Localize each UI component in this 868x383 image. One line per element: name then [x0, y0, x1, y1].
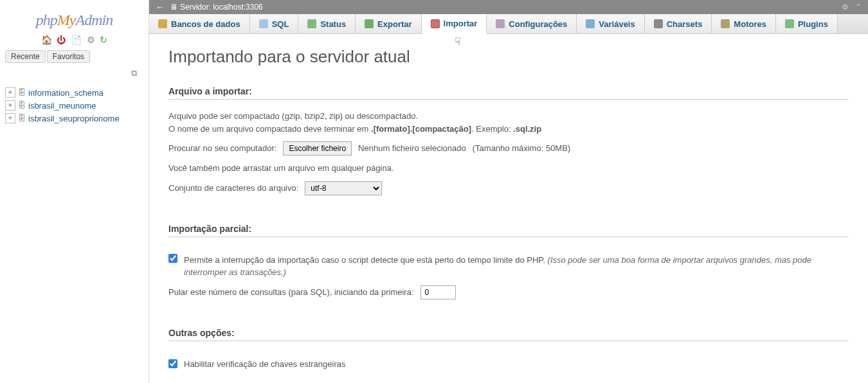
- section-title: Importação parcial:: [168, 224, 849, 237]
- fk-check-label: Habilitar verificação de chaves estrange…: [184, 358, 345, 371]
- text: . Exemplo:: [471, 124, 513, 134]
- tree-toggle-icon[interactable]: +: [5, 87, 15, 98]
- db-item[interactable]: + 🗄 isbrasil_seuproprionome: [5, 112, 143, 125]
- tab-label: SQL: [272, 19, 289, 29]
- skip-queries-label: Pular este número de consultas (para SQL…: [168, 286, 414, 299]
- charset-label: Conjunto de caracteres do arquivo:: [168, 182, 298, 195]
- tab-label: Status: [320, 19, 346, 29]
- server-icon: 🖥: [170, 3, 177, 12]
- tab-label: Motores: [734, 19, 766, 29]
- format-pattern: .[formato].[compactação]: [371, 124, 471, 134]
- drag-note: Você também pode arrastar um arquivo em …: [168, 162, 393, 175]
- section-title: Arquivo a importar:: [168, 86, 849, 100]
- choose-file-button[interactable]: Escolher ficheiro: [283, 141, 352, 156]
- allow-interrupt-checkbox[interactable]: [168, 254, 177, 263]
- tab-label: Bancos de dados: [171, 19, 240, 29]
- logo: phpMyAdmin: [5, 5, 143, 32]
- charset-select[interactable]: utf-8: [305, 181, 382, 195]
- nav-tab-recent[interactable]: Recente: [5, 50, 46, 63]
- logout-icon[interactable]: ⏻: [57, 35, 66, 45]
- variables-icon: [586, 19, 595, 28]
- sidebar: phpMyAdmin 🏠 ⏻ 📄 ⚙ ↻ Recente Favoritos ⧉…: [0, 0, 149, 383]
- db-name: isbrasil_meunome: [28, 101, 96, 111]
- settings-icon[interactable]: ⚙: [87, 35, 95, 45]
- tree-toggle-icon[interactable]: +: [5, 113, 15, 123]
- compress-note-2: O nome de um arquivo compactado deve ter…: [168, 123, 849, 136]
- skip-queries-input[interactable]: [420, 285, 456, 299]
- tab-label: Charsets: [667, 19, 703, 29]
- tab-label: Plugins: [798, 19, 828, 29]
- db-name: information_schema: [28, 88, 104, 98]
- compress-note-1: Arquivo pode ser compactado (gzip, bzip2…: [168, 110, 849, 123]
- sidebar-toolbar: 🏠 ⏻ 📄 ⚙ ↻: [5, 32, 143, 48]
- home-icon[interactable]: 🏠: [41, 35, 52, 45]
- max-size-label: (Tamanho máximo: 50MB): [473, 142, 570, 155]
- page-title: Importando para o servidor atual: [168, 47, 849, 67]
- browse-label: Procurar no seu computador:: [168, 142, 276, 155]
- tab-variables[interactable]: Variáveis: [577, 14, 644, 33]
- partial-import-section: Importação parcial: Permite a interrupçã…: [168, 224, 849, 308]
- tab-label: Importar: [444, 19, 478, 28]
- logo-php: php: [36, 12, 57, 28]
- tab-plugins[interactable]: Plugins: [776, 14, 838, 33]
- file-import-section: Arquivo a importar: Arquivo pode ser com…: [168, 86, 849, 204]
- plugins-icon: [785, 19, 794, 28]
- tab-databases[interactable]: Bancos de dados: [149, 14, 250, 33]
- engines-icon: [721, 19, 730, 28]
- no-file-label: Nenhum ficheiro selecionado: [358, 142, 466, 155]
- db-name: isbrasil_seuproprionome: [28, 114, 120, 123]
- config-icon: [496, 19, 505, 28]
- import-icon: [431, 19, 440, 28]
- tab-label: Configurações: [509, 19, 567, 29]
- tree-toggle-icon[interactable]: +: [5, 100, 15, 111]
- tab-settings[interactable]: Configurações: [487, 14, 577, 33]
- tab-label: Exportar: [377, 19, 411, 29]
- db-tree: + 🗄 information_schema + 🗄 isbrasil_meun…: [5, 81, 143, 125]
- charsets-icon: [654, 19, 663, 28]
- database-icon: 🗄: [18, 101, 26, 110]
- tab-import[interactable]: Importar: [422, 14, 487, 34]
- tab-sql[interactable]: SQL: [250, 14, 299, 33]
- text: O nome de um arquivo compactado deve ter…: [168, 124, 371, 134]
- server-label-text: Servidor: localhost:3306: [180, 3, 263, 12]
- tab-engines[interactable]: Motores: [712, 14, 776, 33]
- other-options-section: Outras opções: Habilitar verificação de …: [168, 328, 849, 380]
- docs-icon[interactable]: 📄: [71, 35, 82, 45]
- section-title: Outras opções:: [168, 328, 849, 341]
- tab-export[interactable]: Exportar: [356, 14, 421, 33]
- database-icon: [158, 19, 167, 28]
- fk-check-checkbox[interactable]: [168, 359, 177, 368]
- db-item[interactable]: + 🗄 information_schema: [5, 86, 143, 99]
- database-icon: 🗄: [18, 114, 26, 123]
- status-icon: [307, 19, 316, 28]
- nav-tab-favorites[interactable]: Favoritos: [47, 50, 90, 63]
- sql-icon: [259, 19, 268, 28]
- collapse-icon[interactable]: ⌃: [855, 3, 862, 12]
- content-area: Importando para o servidor atual Arquivo…: [149, 34, 868, 383]
- logo-admin: Admin: [75, 12, 113, 28]
- text: Permite a interrupção da importação caso…: [184, 255, 548, 265]
- format-example: .sql.zip: [513, 124, 541, 134]
- database-icon: 🗄: [18, 88, 26, 97]
- allow-interrupt-label: Permite a interrupção da importação caso…: [184, 254, 849, 279]
- gear-icon[interactable]: ⚙: [842, 3, 849, 12]
- topbar: ← 🖥 Servidor: localhost:3306 ⚙ ⌃: [149, 0, 868, 14]
- main-tabs: Bancos de dados SQL Status Exportar Impo…: [149, 14, 868, 34]
- logo-my: My: [57, 12, 76, 28]
- back-arrow-icon[interactable]: ←: [156, 2, 165, 12]
- sidebar-nav-tabs: Recente Favoritos: [5, 48, 143, 66]
- reload-icon[interactable]: ↻: [100, 35, 107, 45]
- tab-label: Variáveis: [599, 19, 635, 29]
- main-panel: ← 🖥 Servidor: localhost:3306 ⚙ ⌃ Bancos …: [149, 0, 868, 383]
- export-icon: [365, 19, 374, 28]
- tab-status[interactable]: Status: [298, 14, 356, 33]
- server-breadcrumb[interactable]: 🖥 Servidor: localhost:3306: [170, 3, 263, 12]
- tab-charsets[interactable]: Charsets: [645, 14, 712, 33]
- link-icon[interactable]: ⧉: [5, 66, 143, 81]
- db-item[interactable]: + 🗄 isbrasil_meunome: [5, 99, 143, 112]
